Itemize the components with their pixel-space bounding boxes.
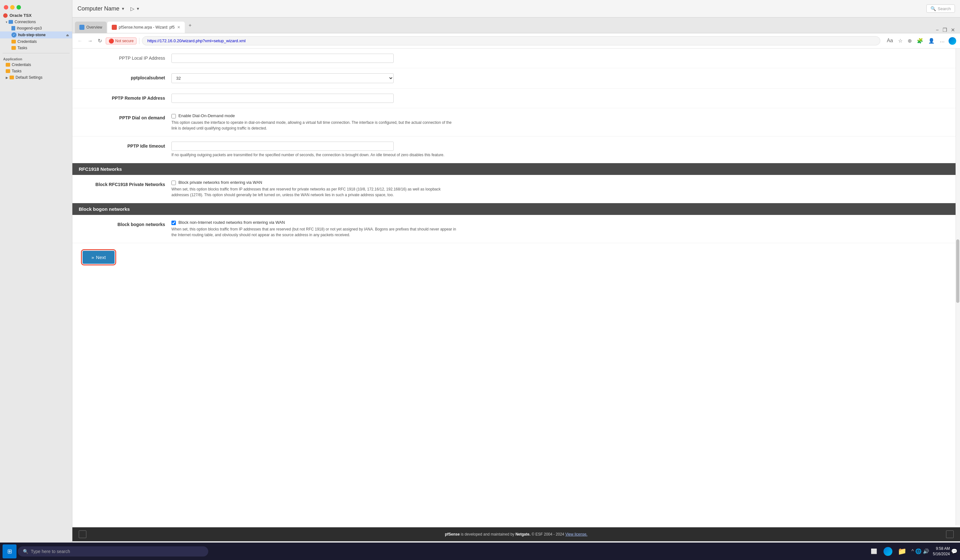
app-credentials-icon: [6, 63, 10, 67]
connections-label: Connections: [14, 20, 36, 24]
topbar: Computer Name ▾ ▷ ▾ 🔍 Search: [72, 0, 960, 18]
pptp-local-subnet-control: 32 24 16: [171, 73, 950, 83]
chevron-up-icon[interactable]: ^: [911, 549, 914, 554]
arrow-icon: ▶: [6, 76, 8, 79]
back-button[interactable]: ←: [76, 37, 84, 45]
task-view-symbol: ⬜: [871, 548, 877, 554]
start-button[interactable]: ⊞: [3, 544, 16, 558]
security-badge: 🔴 Not secure: [106, 37, 136, 45]
notifications-icon[interactable]: 💬: [951, 548, 957, 554]
connected-icon: ✓: [11, 32, 16, 37]
sidebar-item-connections[interactable]: ▾ Connections: [0, 19, 72, 25]
more-button[interactable]: …: [938, 37, 946, 45]
volume-icon[interactable]: 🔊: [923, 548, 929, 554]
sidebar-item-hub-step-stone[interactable]: ✓ hub-step-stone ⏏: [0, 31, 72, 38]
footer-box-right: [946, 530, 954, 538]
next-button[interactable]: » Next: [83, 251, 115, 264]
taskbar-search-icon: 🔍: [23, 549, 28, 554]
pptp-dial-help: This option causes the interface to oper…: [171, 120, 457, 131]
folder-icon: [8, 20, 13, 24]
app-tasks-icon: [6, 69, 10, 73]
close-window-button[interactable]: ✕: [951, 27, 955, 33]
title-dropdown[interactable]: ▾: [122, 6, 124, 11]
browser-toolbar-icons: Aa ☆ ⊕ 🧩 👤 …: [885, 37, 946, 45]
block-bogon-help: When set, this option blocks traffic fro…: [171, 226, 457, 238]
profile-icon[interactable]: 👤: [927, 37, 936, 45]
footer-license[interactable]: View license.: [565, 532, 587, 536]
taskbar-clock[interactable]: 9:58 AM 5/16/2024: [933, 546, 950, 557]
pptp-dial-checkbox-row: Enable Dial-On-Demand mode: [171, 114, 950, 118]
sidebar-item-credentials[interactable]: Credentials: [0, 38, 72, 45]
play-button[interactable]: ▷: [130, 6, 134, 12]
window-traffic-lights[interactable]: [0, 3, 72, 12]
pptp-dial-checkbox-label: Enable Dial-On-Demand mode: [178, 114, 235, 118]
footer-netgate: Netgate.: [515, 532, 530, 536]
tab-overview-label: Overview: [86, 25, 102, 30]
topbar-search[interactable]: 🔍 Search: [926, 5, 955, 13]
collections-icon[interactable]: ⊕: [906, 37, 913, 45]
pptp-remote-ip-row: PPTP Remote IP Address: [72, 88, 960, 108]
block-bogon-section-label: Block bogon networks: [79, 206, 130, 212]
restore-window-button[interactable]: ❐: [942, 27, 947, 33]
scrollbar-thumb[interactable]: [956, 239, 959, 303]
pptp-dial-label: PPTP Dial on demand: [83, 114, 171, 120]
security-label: Not secure: [115, 39, 134, 43]
block-rfc1918-row: Block RFC1918 Private Networks Block pri…: [72, 175, 960, 203]
sidebar-item-oracle-tsx[interactable]: Oracle TSX: [0, 12, 72, 19]
url-bar[interactable]: https://172.16.0.20/wizard.php?xml=setup…: [142, 36, 880, 45]
overview-icon: [79, 25, 85, 30]
task-view-icon[interactable]: ⬜: [868, 546, 880, 557]
warning-icon: [3, 13, 8, 18]
default-settings-label: Default Settings: [16, 75, 43, 80]
sidebar: Oracle TSX ▾ Connections ihoogend-vps3 ✓…: [0, 0, 72, 560]
forward-button[interactable]: →: [86, 37, 94, 45]
pptp-remote-ip-input[interactable]: [171, 94, 394, 103]
next-button-area: » Next: [72, 243, 960, 271]
page-content: PPTP Local IP Address pptplocalsubnet 32…: [72, 49, 960, 541]
sidebar-item-default-settings[interactable]: ▶ Default Settings: [0, 74, 72, 81]
tab-pfsense-label: pfSense.home.arpa - Wizard: pf5: [119, 25, 174, 30]
block-bogon-row: Block bogon networks Block non-Internet …: [72, 215, 960, 243]
reader-view-icon[interactable]: Aa: [885, 37, 894, 45]
pfsense-icon: [112, 25, 117, 30]
maximize-button[interactable]: [16, 5, 21, 10]
default-settings-icon: [10, 75, 14, 79]
rfc1918-section-label: RFC1918 Networks: [79, 166, 122, 172]
taskbar-icons: ⬜ 📁: [868, 546, 907, 557]
sidebar-item-app-tasks[interactable]: Tasks: [0, 68, 72, 74]
minimize-window-button[interactable]: −: [936, 27, 939, 33]
taskbar-time: 9:58 AM: [933, 546, 950, 552]
tab-pfsense[interactable]: pfSense.home.arpa - Wizard: pf5 ✕: [107, 22, 185, 33]
close-button[interactable]: [4, 5, 8, 10]
pptp-dial-checkbox[interactable]: [171, 114, 176, 118]
favorites-icon[interactable]: ☆: [897, 37, 904, 45]
block-rfc1918-checkbox[interactable]: [171, 181, 176, 185]
tab-close-button[interactable]: ✕: [177, 25, 180, 30]
play-dropdown[interactable]: ▾: [137, 6, 139, 11]
folder-icon-tasks: [11, 46, 16, 50]
pptp-dial-row: PPTP Dial on demand Enable Dial-On-Deman…: [72, 108, 960, 136]
address-bar: ← → ↻ 🔴 Not secure https://172.16.0.20/w…: [72, 34, 960, 49]
refresh-button[interactable]: ↻: [96, 37, 103, 45]
file-explorer-icon[interactable]: 📁: [896, 546, 907, 557]
tab-overview[interactable]: Overview: [75, 22, 107, 33]
pptp-local-subnet-select[interactable]: 32 24 16: [171, 73, 394, 83]
eject-icon[interactable]: ⏏: [66, 34, 69, 37]
sidebar-item-tasks[interactable]: Tasks: [0, 45, 72, 51]
windows-logo-icon: ⊞: [7, 548, 12, 555]
new-tab-button[interactable]: +: [186, 21, 195, 30]
search-placeholder: Search: [938, 6, 951, 11]
pptp-idle-label: PPTP Idle timeout: [83, 142, 171, 149]
windows-taskbar: ⊞ 🔍 Type here to search ⬜ 📁 ^ 🌐 🔊 9:58 A…: [0, 542, 960, 560]
extensions-icon[interactable]: 🧩: [915, 37, 925, 45]
edge-taskbar-icon[interactable]: [882, 546, 894, 557]
block-bogon-checkbox[interactable]: [171, 221, 176, 225]
hub-step-stone-label: hub-step-stone: [18, 33, 46, 37]
pptp-local-ip-input[interactable]: [171, 54, 394, 63]
sidebar-item-app-credentials[interactable]: Credentials: [0, 62, 72, 68]
network-icon[interactable]: 🌐: [915, 548, 922, 554]
taskbar-search-box[interactable]: 🔍 Type here to search: [18, 546, 208, 557]
pptp-idle-input[interactable]: [171, 142, 394, 151]
sidebar-item-ihoogend[interactable]: ihoogend-vps3: [0, 25, 72, 31]
minimize-button[interactable]: [10, 5, 14, 10]
